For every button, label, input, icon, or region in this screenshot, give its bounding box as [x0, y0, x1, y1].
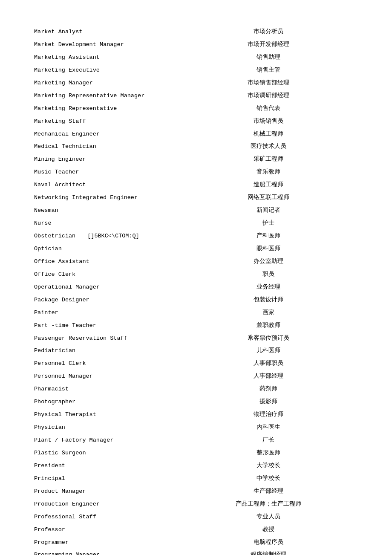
chinese-translation: 市场分析员 — [179, 27, 358, 37]
english-term: Newsman — [34, 206, 179, 216]
chinese-translation: 摄影师 — [179, 397, 358, 407]
chinese-translation: 乘客票位预订员 — [179, 333, 358, 343]
chinese-translation: 销售代表 — [179, 104, 358, 113]
chinese-translation: 业务经理 — [179, 282, 358, 292]
english-term: Market Development Manager — [34, 40, 179, 50]
english-term: Office Assistant — [34, 257, 179, 267]
chinese-translation: 新闻记者 — [179, 205, 358, 215]
english-term: Passenger Reservation Staff — [34, 334, 179, 344]
chinese-translation: 音乐教师 — [179, 167, 358, 177]
chinese-translation: 产科医师 — [179, 231, 358, 241]
english-term: Marketing Representative Manager — [34, 91, 179, 101]
chinese-translation: 销售助理 — [179, 52, 358, 62]
list-item: Pediatrician儿科医师 — [34, 344, 358, 357]
chinese-translation: 护士 — [179, 218, 358, 228]
list-item: Medical Technician医疗技术人员 — [34, 140, 358, 153]
list-item: Principal中学校长 — [34, 472, 358, 485]
english-term: Market Analyst — [34, 27, 179, 37]
chinese-translation: 市场销售部经理 — [179, 78, 358, 88]
chinese-translation: 内科医生 — [179, 422, 358, 432]
list-item: Optician眼科医师 — [34, 243, 358, 255]
list-item: Networking Integrated Engineer网络互联工程师 — [34, 191, 358, 204]
chinese-translation: 程序编制经理 — [179, 550, 358, 555]
chinese-translation: 生产部经理 — [179, 486, 358, 496]
list-item: Mining Engineer采矿工程师 — [34, 153, 358, 166]
english-term: Marketing Representative — [34, 104, 179, 114]
chinese-translation: 网络互联工程师 — [179, 193, 358, 202]
chinese-translation: 眼科医师 — [179, 244, 358, 254]
chinese-translation: 专业人员 — [179, 512, 358, 522]
english-term: Mechanical Engineer — [34, 130, 179, 139]
english-term: Photographer — [34, 397, 179, 407]
english-term: Nurse — [34, 219, 179, 228]
chinese-translation: 产品工程师；生产工程师 — [179, 499, 358, 509]
list-item: Operational Manager业务经理 — [34, 281, 358, 294]
english-term: Production Engineer — [34, 500, 179, 509]
english-term: Physical Therapist — [34, 410, 179, 420]
english-term: Marketing Executive — [34, 66, 179, 75]
list-item: Programming Manager程序编制经理 — [34, 549, 358, 555]
english-term: Mining Engineer — [34, 155, 179, 165]
list-item: Nurse护士 — [34, 217, 358, 230]
chinese-translation: 包装设计师 — [179, 295, 358, 305]
chinese-translation: 电脑程序员 — [179, 538, 358, 547]
list-item: Mechanical Engineer机械工程师 — [34, 128, 358, 141]
list-item: Physical Therapist物理治疗师 — [34, 408, 358, 421]
chinese-translation: 人事部经理 — [179, 371, 358, 381]
english-term: Personnel Manager — [34, 372, 179, 382]
english-term: Painter — [34, 308, 179, 318]
english-term: Programmer — [34, 538, 179, 548]
english-term: Medical Technician — [34, 142, 179, 152]
list-item: Music Teacher音乐教师 — [34, 166, 358, 179]
list-item: Professional Staff专业人员 — [34, 511, 358, 523]
list-item: President大学校长 — [34, 460, 358, 472]
list-item: Marketing Representative销售代表 — [34, 102, 358, 115]
list-item: Market Development Manager市场开发部经理 — [34, 38, 358, 51]
english-term: Professor — [34, 525, 179, 535]
english-term: Personnel Clerk — [34, 359, 179, 369]
list-item: Market Analyst市场分析员 — [34, 26, 358, 38]
list-item: Painter画家 — [34, 306, 358, 319]
list-item: Plastic Surgeon整形医师 — [34, 447, 358, 460]
english-term: Office Clerk — [34, 270, 179, 280]
chinese-translation: 造船工程师 — [179, 180, 358, 190]
chinese-translation: 销售主管 — [179, 65, 358, 75]
list-item: Physician内科医生 — [34, 421, 358, 434]
list-item: Marketing Representative Manager市场调研部经理 — [34, 90, 358, 102]
list-item: Marketing Manager市场销售部经理 — [34, 77, 358, 90]
list-item: Personnel Manager人事部经理 — [34, 370, 358, 383]
chinese-translation: 人事部职员 — [179, 358, 358, 368]
english-term: Plant / Factory Manager — [34, 436, 179, 445]
english-term: Optician — [34, 244, 179, 254]
list-item: Marketing Assistant销售助理 — [34, 51, 358, 64]
chinese-translation: 市场开发部经理 — [179, 40, 358, 49]
chinese-translation: 市场销售员 — [179, 116, 358, 126]
list-item: Marketing Executive销售主管 — [34, 64, 358, 77]
chinese-translation: 画家 — [179, 308, 358, 318]
english-term: Package Designer — [34, 295, 179, 305]
list-item: Marketing Staff市场销售员 — [34, 115, 358, 128]
chinese-translation: 医疗技术人员 — [179, 142, 358, 151]
list-item: Personnel Clerk人事部职员 — [34, 357, 358, 370]
list-item: Part -time Teacher兼职教师 — [34, 319, 358, 332]
english-term: Plastic Surgeon — [34, 448, 179, 458]
english-term: Networking Integrated Engineer — [34, 193, 179, 203]
chinese-translation: 职员 — [179, 269, 358, 279]
list-item: Programmer电脑程序员 — [34, 536, 358, 549]
chinese-translation: 机械工程师 — [179, 129, 358, 139]
english-term: President — [34, 461, 179, 471]
chinese-translation: 市场调研部经理 — [179, 91, 358, 101]
english-term: Pediatrician — [34, 346, 179, 356]
english-term: Programming Manager — [34, 550, 179, 555]
list-item: Office Assistant办公室助理 — [34, 255, 358, 268]
list-item: Passenger Reservation Staff乘客票位预订员 — [34, 332, 358, 345]
english-term: Operational Manager — [34, 283, 179, 292]
chinese-translation: 整形医师 — [179, 448, 358, 458]
list-item: Obstetrician []5BKC<\CTOM:Q]产科医师 — [34, 230, 358, 243]
list-item: Package Designer包装设计师 — [34, 294, 358, 306]
list-item: Newsman新闻记者 — [34, 204, 358, 217]
list-item: Product Manager生产部经理 — [34, 485, 358, 498]
job-list: Market Analyst市场分析员Market Development Ma… — [34, 26, 358, 555]
chinese-translation: 物理治疗师 — [179, 410, 358, 419]
chinese-translation: 大学校长 — [179, 461, 358, 471]
